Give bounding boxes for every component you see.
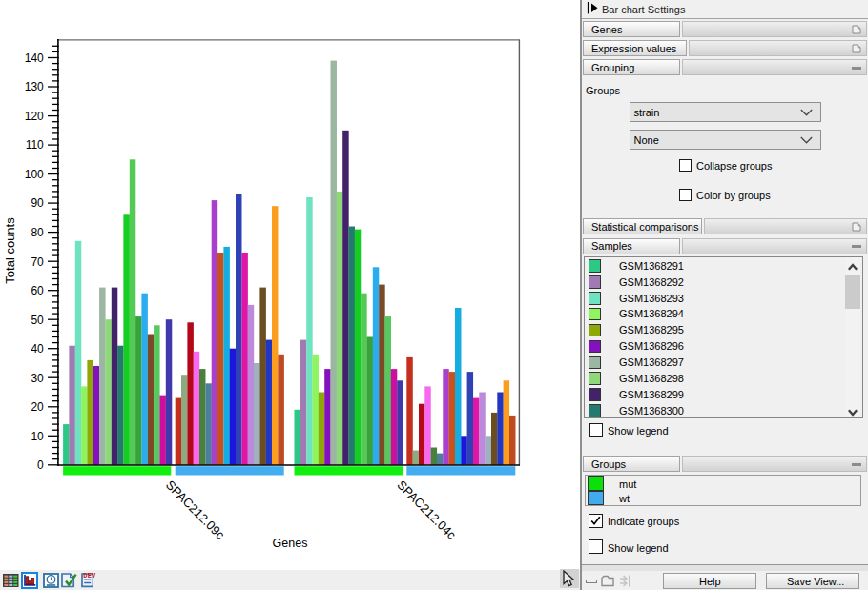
svg-text:100: 100 — [25, 168, 44, 181]
svg-text:Genes: Genes — [273, 537, 308, 550]
svg-text:130: 130 — [25, 80, 44, 93]
svg-text:0: 0 — [37, 458, 44, 472]
svg-text:50: 50 — [31, 314, 44, 327]
svg-text:10: 10 — [31, 430, 44, 443]
svg-text:60: 60 — [31, 284, 44, 297]
svg-text:30: 30 — [31, 372, 44, 385]
svg-text:90: 90 — [31, 196, 44, 210]
svg-text:120: 120 — [25, 110, 44, 123]
svg-text:Total counts: Total counts — [3, 217, 17, 284]
svg-text:70: 70 — [31, 255, 44, 269]
svg-text:140: 140 — [25, 51, 44, 65]
svg-text:110: 110 — [26, 138, 44, 152]
svg-text:40: 40 — [31, 342, 44, 356]
svg-text:20: 20 — [31, 400, 44, 414]
svg-text:80: 80 — [31, 226, 44, 239]
